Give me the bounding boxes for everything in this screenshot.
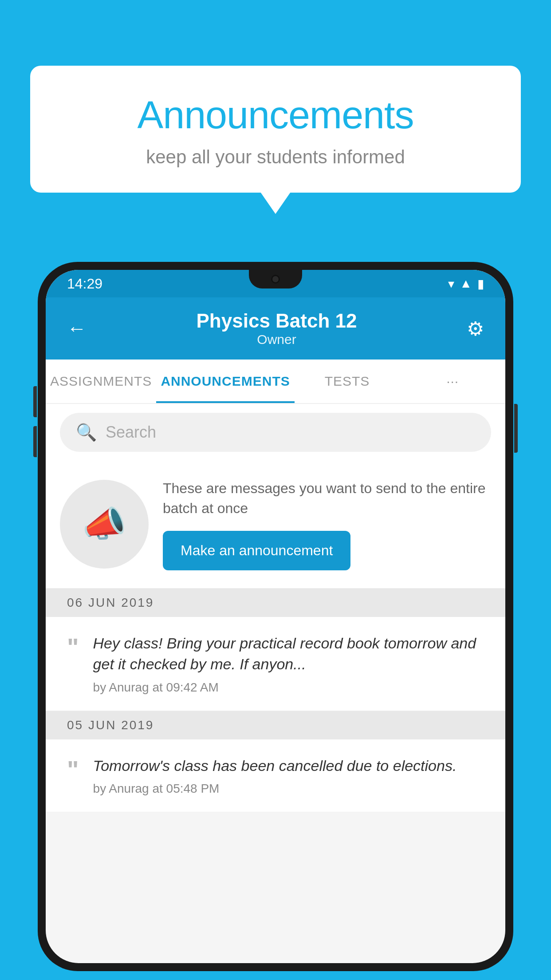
date-label-1: 06 JUN 2019: [67, 596, 154, 609]
announcement-meta-2: by Anurag at 05:48 PM: [93, 782, 484, 796]
tabs-container: ASSIGNMENTS ANNOUNCEMENTS TESTS ···: [46, 360, 505, 404]
announcement-meta-1: by Anurag at 09:42 AM: [93, 680, 484, 695]
announcement-content-2: Tomorrow's class has been cancelled due …: [93, 755, 484, 796]
header-center: Physics Batch 12 Owner: [197, 310, 357, 347]
announcement-item-1[interactable]: " Hey class! Bring your practical record…: [46, 617, 505, 711]
phone-screen: 14:29 ▾ ▲ ▮ ← Physics Batch 12 Owner ⚙: [46, 270, 505, 963]
front-camera: [271, 275, 280, 284]
promo-content: These are messages you want to send to t…: [163, 478, 491, 570]
signal-icon: ▲: [460, 277, 472, 291]
phone-mockup: 14:29 ▾ ▲ ▮ ← Physics Batch 12 Owner ⚙: [38, 262, 513, 971]
phone-outer: 14:29 ▾ ▲ ▮ ← Physics Batch 12 Owner ⚙: [38, 262, 513, 971]
date-label-2: 05 JUN 2019: [67, 718, 154, 732]
tab-announcements[interactable]: ANNOUNCEMENTS: [156, 360, 294, 403]
tab-assignments[interactable]: ASSIGNMENTS: [46, 360, 156, 403]
wifi-icon: ▾: [448, 277, 454, 291]
search-input[interactable]: Search: [106, 423, 156, 442]
promo-description: These are messages you want to send to t…: [163, 478, 491, 518]
announcement-promo: 📣 These are messages you want to send to…: [46, 461, 505, 589]
announcement-text-1: Hey class! Bring your practical record b…: [93, 633, 484, 675]
search-icon: 🔍: [76, 423, 97, 442]
announcement-item-2[interactable]: " Tomorrow's class has been cancelled du…: [46, 739, 505, 813]
tab-more[interactable]: ···: [400, 360, 505, 403]
make-announcement-button[interactable]: Make an announcement: [163, 531, 350, 570]
back-button[interactable]: ←: [67, 317, 87, 340]
header-subtitle: Owner: [197, 332, 357, 347]
volume-up-button: [33, 386, 37, 417]
settings-icon[interactable]: ⚙: [467, 317, 484, 340]
megaphone-circle: 📣: [60, 480, 149, 569]
date-separator-1: 06 JUN 2019: [46, 589, 505, 617]
app-header: ← Physics Batch 12 Owner ⚙: [46, 297, 505, 360]
battery-icon: ▮: [477, 277, 484, 291]
quote-icon-1: ": [67, 635, 79, 660]
search-bar[interactable]: 🔍 Search: [60, 413, 491, 452]
quote-icon-2: ": [67, 757, 79, 782]
status-icons: ▾ ▲ ▮: [448, 277, 484, 291]
tab-tests[interactable]: TESTS: [295, 360, 400, 403]
speech-bubble: Announcements keep all your students inf…: [30, 66, 521, 193]
date-separator-2: 05 JUN 2019: [46, 711, 505, 739]
speech-bubble-title: Announcements: [48, 92, 503, 138]
announcement-text-2: Tomorrow's class has been cancelled due …: [93, 755, 484, 777]
search-container: 🔍 Search: [46, 404, 505, 461]
header-title: Physics Batch 12: [197, 310, 357, 332]
notch: [249, 270, 302, 288]
speech-bubble-subtitle: keep all your students informed: [48, 146, 503, 168]
speech-bubble-container: Announcements keep all your students inf…: [30, 66, 521, 193]
power-button: [514, 404, 518, 453]
announcement-content-1: Hey class! Bring your practical record b…: [93, 633, 484, 695]
status-time: 14:29: [67, 276, 102, 292]
volume-down-button: [33, 426, 37, 457]
megaphone-icon: 📣: [82, 503, 126, 545]
status-bar: 14:29 ▾ ▲ ▮: [46, 270, 505, 297]
